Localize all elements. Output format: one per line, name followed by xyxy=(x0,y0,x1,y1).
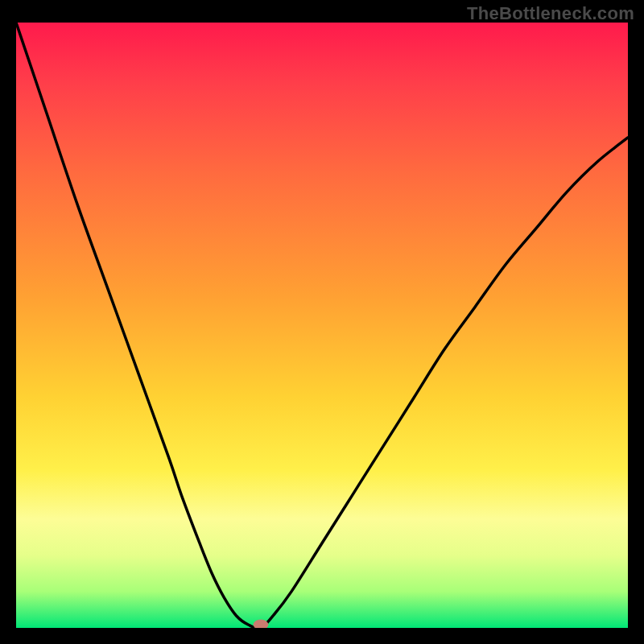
plot-area xyxy=(16,23,628,628)
chart-frame: TheBottleneck.com xyxy=(0,0,644,644)
bottleneck-curve xyxy=(16,23,628,628)
optimum-marker xyxy=(254,620,268,628)
site-watermark: TheBottleneck.com xyxy=(467,3,634,24)
curve-svg xyxy=(16,23,628,628)
